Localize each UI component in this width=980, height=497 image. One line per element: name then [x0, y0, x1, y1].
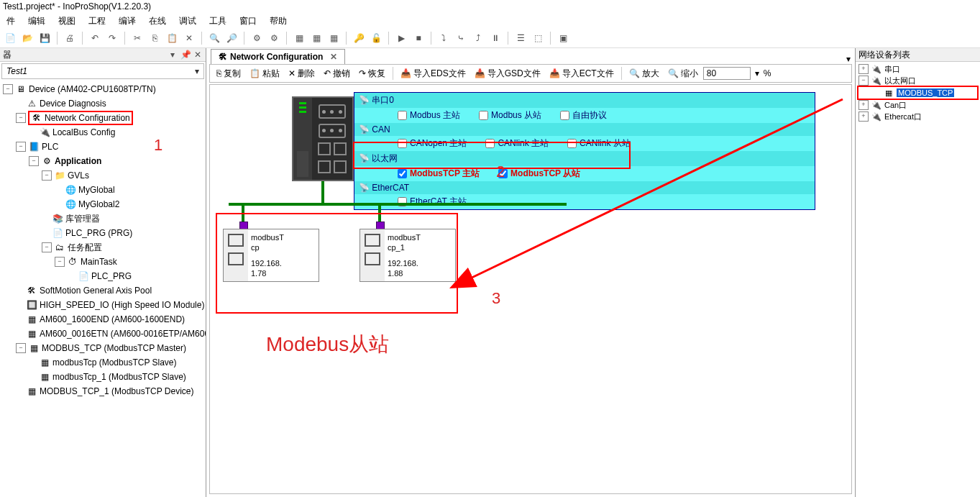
- collapse-icon[interactable]: −: [16, 343, 26, 353]
- chk-free-protocol[interactable]: 自由协议: [560, 109, 607, 122]
- tree-app[interactable]: − ⚙ Application: [0, 154, 206, 168]
- tree-gvls[interactable]: − 📁 GVLs: [0, 168, 206, 183]
- import-ect-button[interactable]: 📥导入ECT文件: [546, 66, 618, 81]
- build2-icon[interactable]: ⚙: [267, 31, 281, 45]
- tree-myglobal2[interactable]: 🌐 MyGlobal2: [0, 197, 206, 211]
- extra2-icon[interactable]: ⬚: [531, 31, 545, 45]
- login-icon[interactable]: 🔑: [352, 31, 366, 45]
- extra3-icon[interactable]: ▣: [556, 31, 570, 45]
- run-icon[interactable]: ▶: [394, 31, 408, 45]
- collapse-icon[interactable]: −: [42, 170, 52, 181]
- zoom-out-button[interactable]: 🔍缩小: [664, 66, 702, 81]
- network-canvas[interactable]: 📡 串口0 Modbus 主站 Modbus 从站 自由协议 📡 CAN CAN…: [209, 84, 852, 494]
- tree-myglobal[interactable]: 🌐 MyGlobal: [0, 183, 206, 197]
- print-icon[interactable]: 🖨: [63, 31, 77, 45]
- project-combo[interactable]: Test1 ▾: [1, 63, 204, 79]
- save-icon[interactable]: 💾: [37, 31, 52, 45]
- panel-pin-icon[interactable]: 📌: [180, 50, 191, 60]
- build-icon[interactable]: ⚙: [249, 31, 264, 45]
- step-icon[interactable]: ⤵: [436, 31, 451, 45]
- tab-dropdown-icon[interactable]: ▾: [842, 54, 855, 64]
- stepover-icon[interactable]: ⤷: [454, 31, 468, 45]
- stepout-icon[interactable]: ⤴: [471, 31, 485, 45]
- slave-device-2[interactable]: modbusT cp_1 192.168. 1.88: [360, 229, 456, 282]
- stop-icon[interactable]: ■: [411, 31, 426, 45]
- chk-canopen[interactable]: CANopen 主站: [398, 137, 467, 150]
- expand-icon[interactable]: +: [858, 64, 869, 74]
- tree-libmgr[interactable]: 📚 库管理器: [0, 211, 206, 226]
- import-eds-button[interactable]: 📥导入EDS文件: [397, 66, 470, 81]
- tree-modbus-master[interactable]: − ▦ MODBUS_TCP (ModbusTCP Master): [0, 341, 206, 355]
- grid2-icon[interactable]: ▦: [309, 31, 324, 45]
- menu-online[interactable]: 在线: [142, 13, 173, 29]
- zoom-in-button[interactable]: 🔍放大: [626, 66, 663, 81]
- delete-icon[interactable]: ✕: [182, 31, 196, 45]
- menu-help[interactable]: 帮助: [263, 13, 293, 29]
- zoom-dropdown-icon[interactable]: ▾: [752, 68, 762, 78]
- slave-device-1[interactable]: modbusT cp 192.168. 1.78: [223, 229, 319, 282]
- copy-icon[interactable]: ⎘: [147, 31, 162, 45]
- collapse-icon[interactable]: −: [16, 142, 26, 152]
- menu-window[interactable]: 窗口: [233, 13, 263, 29]
- menu-compile[interactable]: 编译: [112, 13, 142, 29]
- import-gsd-button[interactable]: 📥导入GSD文件: [471, 66, 544, 81]
- rtree-ecat[interactable]: + 🔌 Ethercat口: [857, 111, 979, 122]
- tree-device[interactable]: − 🖥 Device (AM402-CPU1608TP/TN): [0, 82, 206, 96]
- combo-dropdown-icon[interactable]: ▾: [195, 66, 203, 76]
- menu-file[interactable]: 件: [0, 13, 22, 29]
- tree-plc[interactable]: − 📘 PLC: [0, 140, 206, 154]
- expand-icon[interactable]: +: [858, 100, 869, 110]
- menu-view[interactable]: 视图: [52, 13, 82, 29]
- tree-maintask[interactable]: − ⏱ MainTask: [0, 255, 206, 269]
- tree-softmotion[interactable]: 🛠 SoftMotion General Axis Pool: [0, 283, 206, 298]
- tree-net-cfg[interactable]: − 🛠 Network Configuration: [0, 111, 206, 125]
- find2-icon[interactable]: 🔎: [224, 31, 239, 45]
- chk-modbustcp-master[interactable]: ModbusTCP 主站: [398, 168, 480, 180]
- tree-plcprg[interactable]: 📄 PLC_PRG (PRG): [0, 226, 206, 240]
- tab-close-icon[interactable]: ✕: [330, 52, 337, 62]
- tab-network-config[interactable]: 🛠 Network Configuration ✕: [211, 49, 345, 64]
- rtree-eth[interactable]: − 🔌 以太网口: [857, 75, 979, 86]
- grid3-icon[interactable]: ▦: [326, 31, 341, 45]
- tree-modbus-dev[interactable]: ▦ MODBUS_TCP_1 (ModbusTCP Device): [0, 384, 206, 398]
- menu-debug[interactable]: 调试: [173, 13, 203, 29]
- collapse-icon[interactable]: −: [42, 242, 52, 252]
- paste-button[interactable]: 📋粘贴: [246, 66, 283, 81]
- undo-icon[interactable]: ↶: [88, 31, 102, 45]
- paste-icon[interactable]: 📋: [165, 31, 179, 45]
- redo-button[interactable]: ↷恢复: [355, 66, 389, 81]
- collapse-icon[interactable]: −: [16, 113, 26, 123]
- chk-modbus-master[interactable]: Modbus 主站: [398, 109, 460, 122]
- rtree-can[interactable]: + 🔌 Can口: [857, 99, 979, 111]
- collapse-icon[interactable]: −: [3, 84, 13, 94]
- grid-icon[interactable]: ▦: [292, 31, 306, 45]
- plc-device-image[interactable]: [292, 96, 354, 181]
- collapse-icon[interactable]: −: [29, 156, 39, 166]
- copy-button[interactable]: ⎘复制: [213, 66, 244, 81]
- tree-taskcfg[interactable]: − 🗂 任务配置: [0, 240, 206, 255]
- tree-hsio[interactable]: 🔲 HIGH_SPEED_IO (High Speed IO Module): [0, 298, 206, 312]
- panel-dropdown-icon[interactable]: ▾: [168, 50, 178, 60]
- tree-modbus-s2[interactable]: ▦ modbusTcp_1 (ModbusTCP Slave): [0, 370, 206, 384]
- rtree-serial[interactable]: + 🔌 串口: [857, 63, 979, 75]
- tree-localbus[interactable]: 🔌 LocalBus Config: [0, 125, 206, 140]
- panel-close-icon[interactable]: ✕: [193, 50, 203, 60]
- logout-icon[interactable]: 🔓: [369, 31, 383, 45]
- tree-am600-1600[interactable]: ▦ AM600_1600END (AM600-1600END): [0, 312, 206, 327]
- bp-icon[interactable]: ⏸: [488, 31, 503, 45]
- chk-modbus-slave[interactable]: Modbus 从站: [479, 109, 541, 122]
- redo-icon[interactable]: ↷: [105, 31, 119, 45]
- chk-canlink-s[interactable]: CANlink 从站: [567, 137, 631, 150]
- chk-canlink-m[interactable]: CANlink 主站: [485, 137, 549, 150]
- collapse-icon[interactable]: −: [858, 76, 869, 86]
- tree-device-diag[interactable]: ⚠ Device Diagnosis: [0, 96, 206, 111]
- new-icon[interactable]: 📄: [3, 31, 17, 45]
- zoom-input[interactable]: 80: [703, 67, 751, 80]
- chk-ethercat-master[interactable]: EtherCAT 主站: [398, 196, 467, 208]
- tree-modbus-s1[interactable]: ▦ modbusTcp (ModbusTCP Slave): [0, 355, 206, 370]
- find-icon[interactable]: 🔍: [207, 31, 221, 45]
- open-icon[interactable]: 📂: [20, 31, 35, 45]
- rtree-modbus-tcp[interactable]: ▦ MODBUS_TCP: [857, 86, 979, 100]
- undo-button[interactable]: ↶撤销: [320, 66, 354, 81]
- delete-button[interactable]: ✕删除: [285, 66, 319, 81]
